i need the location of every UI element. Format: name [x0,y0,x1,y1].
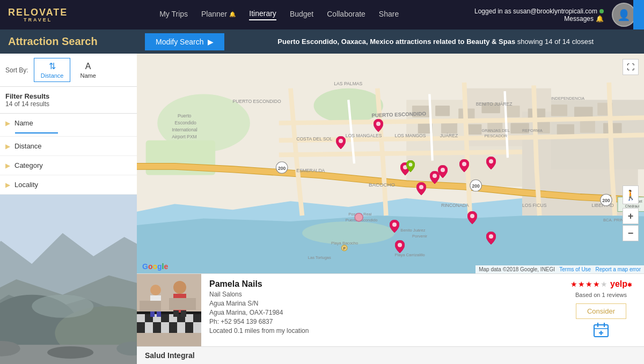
filter-distance-label: Distance [14,142,42,150]
svg-text:International: International [172,127,197,132]
svg-rect-111 [177,322,185,333]
filter-distance-row[interactable]: ▶ Distance [0,137,137,155]
filter-category-row[interactable]: ▶ Category [0,156,137,175]
search-query: Puerto Escondido, Oaxaca, Mexico attract… [277,38,515,46]
fullscreen-button[interactable]: ⛶ [623,59,639,75]
yelp-logo: yelp✱ [610,279,632,289]
result-name: Pamela Nails [209,279,550,289]
svg-text:BENITO JUÁREZ: BENITO JUÁREZ [476,101,513,107]
map-pin[interactable] [459,159,469,172]
filter-name-row[interactable]: ▶ Name [0,114,137,132]
map-pin[interactable] [467,211,477,224]
consider-button[interactable]: Consider [576,303,626,319]
filter-results-title: Filter Results [5,92,131,100]
svg-text:PUERTO ESCONDIDO: PUERTO ESCONDIDO [232,99,281,104]
svg-text:P: P [343,247,346,250]
nav-budget[interactable]: Budget [290,9,313,20]
result-phone: Ph: +52 954 139 6837 [209,318,550,325]
zoom-out-button[interactable]: − [623,225,639,241]
svg-rect-123 [169,298,196,310]
nav-itinerary[interactable]: Itinerary [249,9,276,20]
svg-rect-122 [140,301,161,311]
messages-icon: 🔔 [596,15,604,23]
messages-row[interactable]: Messages 🔔 [564,15,604,23]
planner-icon: 🔔 [229,11,236,17]
svg-text:COSTA DEL SOL: COSTA DEL SOL [296,136,332,142]
google-logo: Google [142,262,168,271]
svg-point-81 [339,139,343,143]
star-1: ★ [570,280,577,288]
logo: RELOVATE TRAVEL [8,7,68,23]
svg-text:200: 200 [278,166,286,171]
street-view-button[interactable]: 🚶 [623,185,639,204]
svg-point-77 [355,213,363,221]
svg-point-91 [398,243,402,247]
sidebar-landscape-image [0,195,137,364]
map-controls: ⛶ [623,59,639,75]
svg-rect-120 [173,310,179,317]
svg-rect-22 [435,106,450,116]
svg-rect-110 [169,322,177,333]
landscape-bg [0,195,137,364]
sort-distance-button[interactable]: ⇅ Distance [34,58,71,82]
sort-by-label: Sort By: [5,66,28,74]
sort-name-button[interactable]: A Name [73,58,103,82]
filter-locality-section: ▶ Locality [0,175,137,195]
map-pin-selected[interactable] [406,160,415,172]
result-distance: Located 0.1 miles from my location [209,327,550,335]
sort-distance-icon: ⇅ [49,61,56,71]
map-container[interactable]: PUERTO ESCONDIDO BENITO JUÁREZ INDEPENDE… [137,54,644,273]
filter-name-section: ▶ Name [0,114,137,137]
map-pin[interactable] [486,232,496,244]
map-pin[interactable] [486,157,496,169]
terms-of-use-link[interactable]: Terms of Use [559,266,591,272]
svg-text:ESMERALDA: ESMERALDA [296,168,325,173]
svg-point-86 [441,168,445,172]
messages-label: Messages [564,15,594,23]
sort-distance-label: Distance [41,72,64,79]
svg-point-82 [376,122,380,126]
add-to-calendar-button[interactable] [593,322,609,341]
nav-share[interactable]: Share [379,9,399,20]
svg-text:REFORMA: REFORMA [522,128,543,133]
nav-my-trips[interactable]: My Trips [159,9,188,20]
modify-search-label: Modify Search [156,38,203,46]
svg-rect-101 [161,314,169,322]
svg-point-94 [489,159,493,164]
svg-rect-121 [181,310,186,317]
nav-collaborate[interactable]: Collaborate [327,9,365,20]
nav-planner[interactable]: Planner 🔔 [201,9,236,20]
result-card: Pamela Nails Nail Salons Agua Marina S/N… [137,273,644,346]
map-pin[interactable] [374,119,383,132]
sub-header: Attraction Search Modify Search ▶ Puerto… [0,29,644,54]
chevron-right-icon: ▶ [5,181,10,189]
chevron-right-icon: ▶ [5,143,10,150]
star-2: ★ [578,280,585,288]
nav-links: My Trips Planner 🔔 Itinerary Budget Coll… [84,9,474,20]
map-pin[interactable] [336,136,346,149]
logo-sub: TRAVEL [8,17,68,23]
modify-search-button[interactable]: Modify Search ▶ [145,33,224,50]
svg-rect-108 [153,322,161,333]
svg-rect-106 [137,322,145,333]
svg-point-84 [419,185,423,189]
next-result-row[interactable]: Salud Integral [137,346,644,364]
map-pin[interactable] [395,240,405,253]
sort-name-icon: A [85,62,91,71]
report-map-link[interactable]: Report a map error [596,266,641,272]
search-info: Puerto Escondido, Oaxaca, Mexico attract… [235,38,636,46]
avatar[interactable] [612,3,636,27]
filter-locality-row[interactable]: ▶ Locality [0,175,137,194]
svg-text:Escondido: Escondido [175,120,196,125]
map-pin[interactable] [438,165,448,178]
notification-sidebar-btn[interactable] [633,0,644,29]
svg-text:Benito Juárez: Benito Juárez [400,228,425,233]
header-user-info: Logged in as susan@brooklyntropicali.com… [474,8,604,23]
svg-rect-27 [551,105,567,116]
map-pin[interactable] [390,220,399,233]
star-3: ★ [586,280,592,288]
map-pin[interactable] [416,182,426,195]
svg-point-118 [173,281,186,294]
zoom-in-button[interactable]: + [623,208,639,224]
svg-text:LAS PALMAS: LAS PALMAS [334,81,362,86]
